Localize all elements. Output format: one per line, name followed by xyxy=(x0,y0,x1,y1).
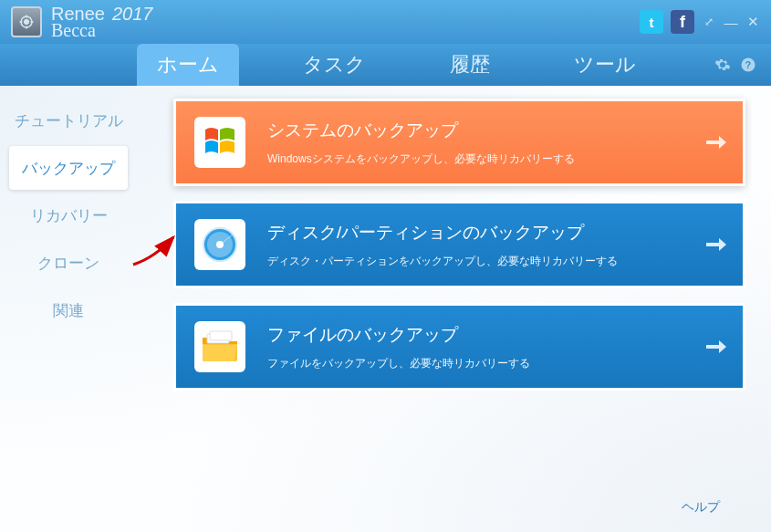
sidebar-item-related[interactable]: 関連 xyxy=(9,288,128,332)
menubar: ホーム タスク 履歴 ツール ? xyxy=(0,44,771,86)
app-name-2: Becca xyxy=(51,21,152,39)
svg-text:?: ? xyxy=(745,59,751,70)
card-disk-backup[interactable]: ディスク/パーティションのバックアップ ディスク・パーティションをバックアップし… xyxy=(173,201,745,288)
menubar-right: ? xyxy=(714,44,756,86)
app-window: Renee2017 Becca t f ⤢ — ✕ ホーム タスク 履歴 ツール… xyxy=(0,0,771,532)
svg-point-1 xyxy=(25,20,29,25)
sidebar-item-backup[interactable]: バックアップ xyxy=(9,146,128,190)
arrow-right-icon xyxy=(706,134,726,151)
disk-icon xyxy=(194,219,245,270)
folder-icon xyxy=(194,321,245,372)
card-text: ファイルのバックアップ ファイルをバックアップし、必要な時リカバリーする xyxy=(267,323,530,371)
help-icon[interactable]: ? xyxy=(740,57,756,73)
windows-icon xyxy=(194,117,245,168)
tab-tools[interactable]: ツール xyxy=(554,44,656,86)
content-area: チュートリアル バックアップ リカバリー クローン 関連 xyxy=(0,86,771,532)
help-link[interactable]: ヘルプ xyxy=(682,499,720,514)
card-file-backup[interactable]: ファイルのバックアップ ファイルをバックアップし、必要な時リカバリーする xyxy=(173,303,745,391)
app-title: Renee2017 Becca xyxy=(51,5,152,39)
footer: ヘルプ xyxy=(682,498,720,516)
sidebar-item-tutorial[interactable]: チュートリアル xyxy=(9,99,128,142)
facebook-icon[interactable]: f xyxy=(671,10,694,34)
card-title: ファイルのバックアップ xyxy=(267,323,530,347)
card-text: システムのバックアップ Windowsシステムをバックアップし、必要な時リカバリ… xyxy=(267,119,575,167)
twitter-icon[interactable]: t xyxy=(640,10,663,34)
card-text: ディスク/パーティションのバックアップ ディスク・パーティションをバックアップし… xyxy=(267,221,618,269)
arrow-right-icon xyxy=(706,236,726,253)
titlebar: Renee2017 Becca t f ⤢ — ✕ xyxy=(0,0,771,44)
annotation-arrow-icon xyxy=(130,230,181,270)
pin-button[interactable]: ⤢ xyxy=(702,16,716,28)
card-system-backup[interactable]: システムのバックアップ Windowsシステムをバックアップし、必要な時リカバリ… xyxy=(173,99,745,186)
card-desc: ファイルをバックアップし、必要な時リカバリーする xyxy=(267,356,530,371)
svg-rect-13 xyxy=(210,331,232,340)
arrow-right-icon xyxy=(706,339,726,355)
minimize-button[interactable]: — xyxy=(724,15,738,30)
sidebar: チュートリアル バックアップ リカバリー クローン 関連 xyxy=(0,86,128,532)
gear-icon[interactable] xyxy=(714,57,731,73)
card-desc: ディスク・パーティションをバックアップし、必要な時リカバリーする xyxy=(267,254,618,269)
sidebar-item-clone[interactable]: クローン xyxy=(9,241,128,285)
card-title: ディスク/パーティションのバックアップ xyxy=(267,221,618,245)
card-desc: Windowsシステムをバックアップし、必要な時リカバリーする xyxy=(267,151,575,167)
app-safe-icon xyxy=(11,6,42,37)
main-panel: システムのバックアップ Windowsシステムをバックアップし、必要な時リカバリ… xyxy=(128,86,771,532)
card-title: システムのバックアップ xyxy=(267,119,575,142)
titlebar-right: t f ⤢ — ✕ xyxy=(640,10,760,34)
tab-home[interactable]: ホーム xyxy=(137,44,239,86)
tab-history[interactable]: 履歴 xyxy=(430,44,510,86)
close-button[interactable]: ✕ xyxy=(745,14,760,30)
tab-task[interactable]: タスク xyxy=(283,44,386,86)
sidebar-item-recovery[interactable]: リカバリー xyxy=(9,193,128,237)
